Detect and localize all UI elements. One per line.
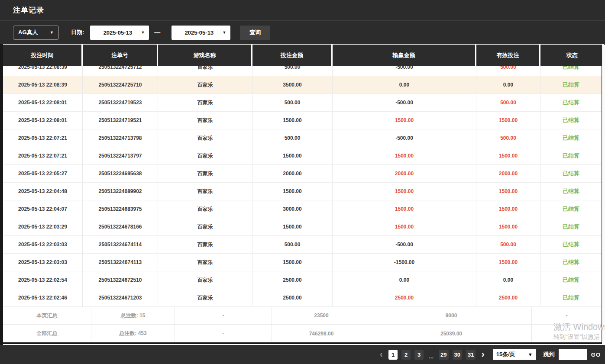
page-button-31[interactable]: 31 xyxy=(466,350,476,360)
table-cell: 1500.00 xyxy=(333,218,476,235)
next-page-icon[interactable]: › xyxy=(479,350,486,359)
table-row[interactable]: 2025-05-13 22:05:27250513224695638百家乐200… xyxy=(3,165,602,183)
game-select-value: AG真人 xyxy=(18,29,38,36)
page-size-select[interactable]: 15条/页 ▼ xyxy=(493,349,536,360)
table-cell: 3500.00 xyxy=(252,76,333,93)
page-button-30[interactable]: 30 xyxy=(453,350,462,360)
table-row[interactable]: 2025-05-13 22:03:03250513224674113百家乐150… xyxy=(3,254,602,271)
table-cell: 2025-05-13 22:07:21 xyxy=(3,147,83,164)
table-row[interactable]: 2025-05-13 22:08:01250513224719521百家乐150… xyxy=(3,112,602,129)
prev-page-icon[interactable]: ‹ xyxy=(378,350,385,359)
table-cell: 2025-05-13 22:08:01 xyxy=(3,94,83,111)
table-cell: 已结算 xyxy=(540,129,602,147)
vertical-scrollbar[interactable] xyxy=(602,45,605,344)
summary-cell: 总注数: 453 xyxy=(91,325,175,342)
pagination-bar: ‹ 123...293031 › 15条/页 ▼ 跳到 GO xyxy=(0,345,605,364)
column-header: 输赢金额 xyxy=(333,45,476,66)
summary-cell: 9000 xyxy=(371,307,532,324)
table-cell: 0.00 xyxy=(476,271,540,289)
table-cell: 百家乐 xyxy=(158,94,252,111)
table-cell: 1500.00 xyxy=(476,200,540,218)
table-cell: 2025-05-13 22:08:39 xyxy=(3,76,83,93)
table-cell: 百家乐 xyxy=(158,129,252,147)
table-row[interactable]: 2025-05-13 22:02:54250513224672510百家乐250… xyxy=(3,271,602,289)
go-button[interactable]: GO xyxy=(591,351,602,358)
table-row[interactable]: 2025-05-13 22:04:07250513224683975百家乐300… xyxy=(3,200,602,218)
table-cell: 1500.00 xyxy=(476,254,540,271)
table-row[interactable]: 2025-05-13 22:02:46250513224671203百家乐250… xyxy=(3,289,602,307)
table-cell: 2025-05-13 22:08:39 xyxy=(3,66,83,76)
table-cell: -500.00 xyxy=(333,66,476,76)
table-row[interactable]: 2025-05-13 22:08:01250513224719523百家乐500… xyxy=(3,94,602,112)
summary-section: 本页汇总总注数: 15-235009000-全部汇总总注数: 453-74629… xyxy=(3,307,602,342)
summary-cell: - xyxy=(175,325,272,342)
table-cell: 2025-05-13 22:04:07 xyxy=(3,200,83,218)
summary-row: 本页汇总总注数: 15-235009000- xyxy=(3,307,602,325)
table-cell: 1500.00 xyxy=(252,254,333,271)
table-cell: -1500.00 xyxy=(333,254,476,271)
table-row[interactable]: 2025-05-13 22:08:39250513224725712百家乐500… xyxy=(3,66,602,76)
table-cell: 1500.00 xyxy=(252,218,333,235)
table-cell: 百家乐 xyxy=(158,271,252,289)
table-cell: 250513224683975 xyxy=(83,200,158,218)
filter-bar: AG真人 ▼ 日期: 2025-05-13 ▼ — 2025-05-13 ▼ 查… xyxy=(0,21,605,44)
table-cell: 250513224713797 xyxy=(83,147,158,164)
windows-activation-watermark-line1: 激活 Windows xyxy=(553,321,605,333)
table-cell: 百家乐 xyxy=(158,254,252,271)
chevron-down-icon: ▼ xyxy=(141,31,145,35)
top-bar: 注单记录 xyxy=(0,0,605,21)
table-cell: 500.00 xyxy=(476,94,540,111)
table-cell: 250513224671203 xyxy=(83,289,158,306)
table-cell: 已结算 xyxy=(540,236,602,253)
date-from-select[interactable]: 2025-05-13 ▼ xyxy=(90,26,149,40)
chevron-down-icon: ▼ xyxy=(222,31,226,35)
date-to-select[interactable]: 2025-05-13 ▼ xyxy=(171,26,230,40)
table-cell: 百家乐 xyxy=(158,289,252,306)
table-cell: 250513224713798 xyxy=(83,129,158,147)
game-select[interactable]: AG真人 ▼ xyxy=(13,26,59,40)
column-header: 游戏名称 xyxy=(158,45,252,66)
column-header: 注单号 xyxy=(83,45,158,66)
table-cell: 已结算 xyxy=(540,165,602,182)
table-cell: 2000.00 xyxy=(333,165,476,182)
table-cell: 2500.00 xyxy=(333,289,476,306)
table-cell: 250513224725712 xyxy=(83,66,158,76)
page-button-1[interactable]: 1 xyxy=(388,350,398,360)
query-button[interactable]: 查询 xyxy=(240,26,270,40)
date-range-separator: — xyxy=(154,29,160,36)
table-row[interactable]: 2025-05-13 22:03:03250513224674114百家乐500… xyxy=(3,236,602,254)
table-cell: 2025-05-13 22:08:01 xyxy=(3,112,83,129)
table-cell: 2025-05-13 22:07:21 xyxy=(3,129,83,147)
table-cell: 2025-05-13 22:03:29 xyxy=(3,218,83,235)
table-cell: 2025-05-13 22:03:03 xyxy=(3,236,83,253)
table-cell: -500.00 xyxy=(333,129,476,147)
page-button-29[interactable]: 29 xyxy=(439,350,448,360)
table-cell: 1500.00 xyxy=(476,218,540,235)
column-header: 状态 xyxy=(540,45,604,66)
table-cell: 已结算 xyxy=(540,218,602,235)
table-cell: 0.00 xyxy=(333,271,476,289)
table-row[interactable]: 2025-05-13 22:04:48250513224689902百家乐150… xyxy=(3,183,602,200)
table-cell: 1500.00 xyxy=(476,112,540,129)
table-row[interactable]: 2025-05-13 22:07:21250513224713798百家乐500… xyxy=(3,129,602,147)
table-cell: 已结算 xyxy=(540,147,602,164)
table-row[interactable]: 2025-05-13 22:07:21250513224713797百家乐150… xyxy=(3,147,602,165)
chevron-down-icon: ▼ xyxy=(528,352,533,357)
chevron-down-icon: ▼ xyxy=(50,31,54,35)
table-cell: 百家乐 xyxy=(158,147,252,164)
page-size-value: 15条/页 xyxy=(496,351,515,358)
table-cell: 250513224674113 xyxy=(83,254,158,271)
column-header: 有效投注 xyxy=(476,45,540,66)
jump-to-page-input[interactable] xyxy=(559,349,587,360)
table-cell: 已结算 xyxy=(540,94,602,111)
table-cell: 0.00 xyxy=(476,76,540,93)
column-header: 投注金额 xyxy=(252,45,333,66)
table-cell: 2025-05-13 22:02:46 xyxy=(3,289,83,306)
table-row[interactable]: 2025-05-13 22:08:39250513224725710百家乐350… xyxy=(3,76,602,94)
table-row[interactable]: 2025-05-13 22:03:29250513224678166百家乐150… xyxy=(3,218,602,236)
table-cell: 百家乐 xyxy=(158,112,252,129)
windows-activation-watermark-line2: 转到“设置”以激活 xyxy=(553,333,600,341)
page-button-3[interactable]: 3 xyxy=(414,350,424,360)
table-cell: 1500.00 xyxy=(333,147,476,164)
page-button-2[interactable]: 2 xyxy=(401,350,411,360)
